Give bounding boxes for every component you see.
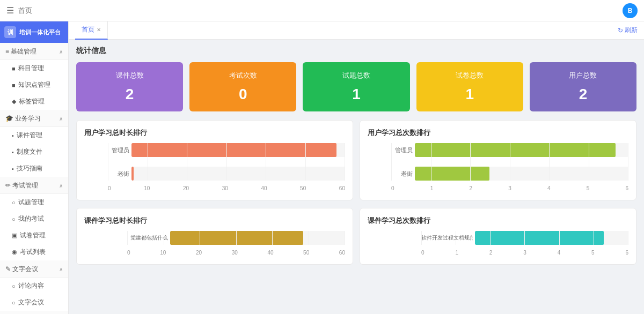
bar-fill-oldstreet-time bbox=[131, 167, 134, 181]
x4-label-0: 0 bbox=[421, 250, 425, 256]
user-avatar[interactable]: B bbox=[623, 3, 638, 18]
chart-course-count-title: 课件学习总次数排行 bbox=[368, 216, 628, 226]
sidebar-item-knowledge[interactable]: ■ 知识点管理 bbox=[0, 77, 68, 93]
chart-user-time-title: 用户学习总时长排行 bbox=[84, 128, 345, 138]
x2-label-4: 4 bbox=[547, 185, 551, 191]
sidebar-item-courseware[interactable]: ▪ 课件管理 bbox=[0, 127, 68, 144]
text-meeting-label: 文字会议 bbox=[18, 298, 44, 307]
sidebar-item-examlist[interactable]: ◉ 考试列表 bbox=[0, 244, 68, 260]
exam-mgmt-label: ✏ 考试管理 bbox=[5, 181, 38, 190]
sidebar-group-topic-header[interactable]: ✎ 话题管理 ∧ bbox=[0, 311, 68, 314]
x2-label-6: 6 bbox=[625, 185, 628, 191]
x3-label-30: 30 bbox=[232, 250, 238, 256]
stat-card-exam-value: 0 bbox=[196, 86, 290, 103]
basic-mgmt-label: ≡ 基础管理 bbox=[5, 47, 36, 56]
sidebar-group-business-header[interactable]: 🎓 业务学习 ∧ bbox=[0, 110, 68, 127]
menu-icon[interactable]: ☰ bbox=[6, 5, 14, 16]
dashboard: 统计信息 课件总数 2 考试次数 0 试题总数 1 试卷总数 1 bbox=[69, 40, 644, 314]
stat-card-user-label: 用户总数 bbox=[536, 71, 630, 80]
x3-label-50: 50 bbox=[303, 250, 309, 256]
x4-label-2: 2 bbox=[489, 250, 493, 256]
knowledge-label: 知识点管理 bbox=[18, 80, 50, 89]
topbar-left: ☰ 首页 bbox=[6, 5, 32, 16]
examlist-icon: ◉ bbox=[12, 249, 17, 256]
main-content: 首页 ✕ ↻ 刷新 统计信息 课件总数 2 考试次数 0 bbox=[69, 21, 644, 314]
logo-title: 培训一体化平台 bbox=[19, 28, 61, 36]
examlist-label: 考试列表 bbox=[20, 248, 46, 257]
tabs-container: 首页 ✕ bbox=[75, 21, 108, 40]
paper-icon: ▣ bbox=[12, 232, 17, 239]
courseware-icon: ▪ bbox=[12, 132, 14, 139]
tab-close-home[interactable]: ✕ bbox=[97, 27, 101, 33]
sidebar-logo: 训 培训一体化平台 bbox=[0, 21, 68, 43]
bar-fill-admin-count bbox=[415, 143, 616, 157]
x2-label-5: 5 bbox=[587, 185, 590, 191]
chart-user-time: 用户学习总时长排行 管理员 bbox=[76, 120, 353, 200]
knowledge-icon: ■ bbox=[12, 82, 16, 88]
x4-label-5: 5 bbox=[591, 250, 595, 256]
bar-fill-course-time bbox=[170, 231, 303, 245]
stat-card-user: 用户总数 2 bbox=[530, 62, 636, 111]
sidebar-item-subject[interactable]: ■ 科目管理 bbox=[0, 60, 68, 77]
subject-label: 科目管理 bbox=[18, 64, 44, 73]
sidebar: 训 培训一体化平台 ≡ 基础管理 ∧ ■ 科目管理 ■ 知识点管理 ◆ 标签管理 bbox=[0, 21, 69, 314]
stat-cards-container: 课件总数 2 考试次数 0 试题总数 1 试卷总数 1 用户总数 2 bbox=[76, 62, 636, 111]
stat-card-paper-value: 1 bbox=[423, 86, 517, 103]
business-label: 🎓 业务学习 bbox=[5, 114, 41, 123]
chart-user-count-title: 用户学习总次数排行 bbox=[368, 128, 628, 138]
stat-card-exam-label: 考试次数 bbox=[196, 71, 290, 80]
x2-label-1: 1 bbox=[430, 185, 434, 191]
stat-section-title: 统计信息 bbox=[76, 46, 636, 56]
sidebar-group-exam-header[interactable]: ✏ 考试管理 ∧ bbox=[0, 177, 68, 194]
topbar: ☰ 首页 B bbox=[0, 0, 644, 21]
refresh-button[interactable]: ↻ 刷新 bbox=[618, 26, 638, 35]
discussion-icon: ○ bbox=[12, 283, 16, 289]
chevron-exam: ∧ bbox=[59, 183, 63, 189]
bar-row-course-count: 软件开发过程文档规范 bbox=[421, 231, 628, 245]
sidebar-group-meeting-header[interactable]: ✎ 文字会议 ∧ bbox=[0, 260, 68, 278]
myexam-label: 我的考试 bbox=[18, 214, 44, 223]
tabbar: 首页 ✕ ↻ 刷新 bbox=[69, 21, 644, 40]
x-label-50: 50 bbox=[300, 185, 306, 191]
sidebar-item-question[interactable]: ○ 试题管理 bbox=[0, 194, 68, 211]
stat-card-courseware: 课件总数 2 bbox=[76, 62, 183, 111]
x3-label-40: 40 bbox=[267, 250, 273, 256]
bar-fill-admin-time bbox=[131, 143, 336, 157]
system-doc-icon: ▪ bbox=[12, 149, 14, 155]
sidebar-item-tips[interactable]: ▪ 技巧指南 bbox=[0, 160, 68, 177]
bar-row-admin-time: 管理员 bbox=[108, 143, 345, 157]
stat-card-exam: 考试次数 0 bbox=[189, 62, 296, 111]
stat-card-question: 试题总数 1 bbox=[303, 62, 409, 111]
tag-icon: ◆ bbox=[12, 98, 16, 105]
system-doc-label: 制度文件 bbox=[17, 147, 42, 156]
sidebar-item-tag[interactable]: ◆ 标签管理 bbox=[0, 93, 68, 110]
x2-label-0: 0 bbox=[391, 185, 394, 191]
sidebar-item-myexam[interactable]: ○ 我的考试 bbox=[0, 211, 68, 227]
sidebar-group-topic: ✎ 话题管理 ∧ ○ 话题管理 bbox=[0, 311, 68, 314]
x2-label-3: 3 bbox=[508, 185, 511, 191]
x-label-40: 40 bbox=[261, 185, 267, 191]
question-label: 试题管理 bbox=[18, 198, 44, 207]
bar-row-oldstreet-count: 老街 bbox=[391, 167, 628, 181]
stat-card-paper: 试卷总数 1 bbox=[416, 62, 523, 111]
x3-label-20: 20 bbox=[196, 250, 202, 256]
x4-label-6: 6 bbox=[625, 250, 628, 256]
sidebar-item-discussion[interactable]: ○ 讨论内容 bbox=[0, 278, 68, 294]
charts-row-1: 用户学习总时长排行 管理员 bbox=[76, 120, 636, 200]
sidebar-item-text-meeting[interactable]: ○ 文字会议 bbox=[0, 294, 68, 311]
bar-label-admin-time: 管理员 bbox=[108, 146, 129, 154]
tab-home[interactable]: 首页 ✕ bbox=[75, 21, 108, 40]
sidebar-group-basic-header[interactable]: ≡ 基础管理 ∧ bbox=[0, 43, 68, 60]
x3-label-0: 0 bbox=[127, 250, 130, 256]
x-label-30: 30 bbox=[222, 185, 228, 191]
refresh-label: 刷新 bbox=[625, 26, 638, 35]
myexam-icon: ○ bbox=[12, 216, 16, 222]
bar-label-course-count: 软件开发过程文档规范 bbox=[421, 234, 473, 242]
bar-row-oldstreet-time: 老街 bbox=[108, 167, 345, 181]
logo-icon: 训 bbox=[4, 26, 16, 38]
sidebar-item-paper[interactable]: ▣ 试卷管理 bbox=[0, 227, 68, 244]
sidebar-item-system-doc[interactable]: ▪ 制度文件 bbox=[0, 144, 68, 160]
stat-card-courseware-label: 课件总数 bbox=[83, 71, 177, 80]
chevron-business: ∧ bbox=[59, 116, 63, 122]
chart-course-count: 课件学习总次数排行 软件开发 bbox=[360, 208, 636, 265]
